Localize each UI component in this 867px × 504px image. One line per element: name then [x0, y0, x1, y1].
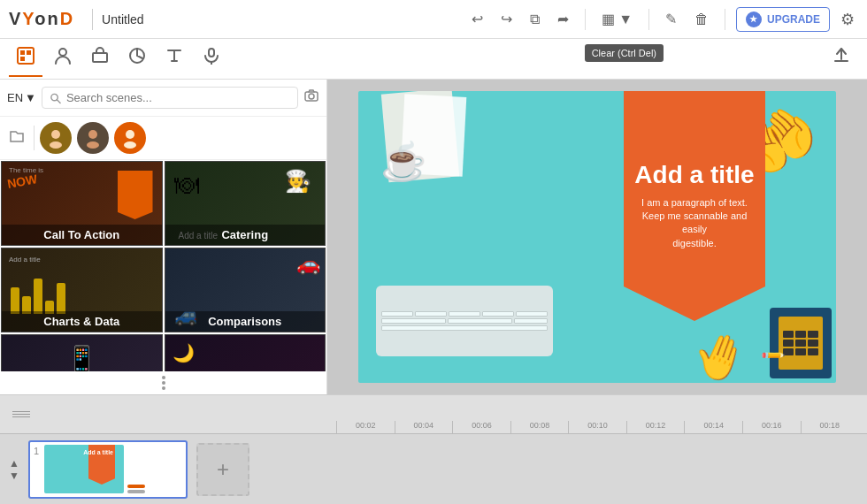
avatar-divider	[34, 126, 35, 150]
scroll-indicator	[0, 371, 326, 394]
layers-button[interactable]: ▦ ▼	[596, 7, 638, 31]
lang-label: EN	[7, 91, 23, 104]
avatar-2-button[interactable]	[77, 122, 109, 154]
scene-card-concepts[interactable]: 📱 🌐 Concepts	[1, 334, 163, 371]
prop-tool-button[interactable]	[83, 41, 117, 77]
slide-canvas[interactable]: ☕	[358, 91, 836, 383]
topbar-divider	[585, 9, 586, 30]
app-logo: VYonD	[9, 9, 74, 29]
topbar-divider2	[648, 9, 649, 30]
clear-tooltip: Clear (Ctrl Del)	[585, 44, 664, 62]
search-icon	[50, 92, 61, 104]
audio-tool-button[interactable]	[195, 41, 228, 77]
svg-point-4	[59, 49, 66, 56]
scene-card-catering[interactable]: 🍽 🧑‍🍳 Add a title Catering	[165, 161, 326, 246]
delete-button[interactable]: 🗑	[689, 8, 714, 31]
scene-card-label-catering: Catering	[165, 225, 326, 245]
svg-rect-2	[27, 50, 31, 55]
scene-tool-button[interactable]	[9, 41, 42, 77]
ruler-mark-0004: 00:04	[395, 421, 453, 433]
deco-pointing-hand: 🤚	[686, 324, 755, 383]
svg-point-14	[50, 141, 62, 149]
slide-nav: ▲ ▼	[9, 457, 19, 482]
canvas-area: ☕	[327, 80, 867, 394]
ruler-mark-0010: 00:10	[568, 421, 626, 433]
svg-point-12	[309, 94, 314, 99]
add-slide-icon: +	[217, 457, 229, 482]
scene-card-cta[interactable]: The time is NOW Call To Action	[1, 161, 163, 246]
avatar-row	[0, 117, 326, 160]
scene-card-charts[interactable]: Add a title Charts & Data	[1, 248, 163, 332]
slide-ribbon: Add a title I am a paragraph of text.Kee…	[624, 91, 765, 321]
timeline-area: 00:02 00:04 00:06 00:08 00:10 00:12 00:1…	[0, 394, 867, 433]
avatar-1-button[interactable]	[40, 122, 72, 154]
scenes-panel: EN ▼	[0, 80, 327, 394]
scene-grid: The time is NOW Call To Action 🍽 🧑‍🍳 Add…	[0, 160, 326, 371]
ruler-mark-0002: 00:02	[336, 421, 395, 433]
scene-card-comparisons[interactable]: 🚗 🚙 Comparisons	[165, 248, 326, 332]
folder-button[interactable]	[9, 128, 25, 149]
svg-point-17	[126, 130, 134, 139]
thumb-indicators	[127, 485, 145, 493]
svg-point-18	[124, 141, 136, 149]
concepts-preview: 📱 🌐	[2, 335, 162, 371]
topbar-divider2b	[725, 9, 725, 30]
upgrade-icon: ★	[746, 11, 762, 27]
slide-number: 1	[34, 446, 39, 456]
avatar-3-button[interactable]	[114, 122, 146, 154]
title-divider	[92, 9, 93, 30]
svg-point-15	[88, 130, 97, 139]
lang-chevron: ▼	[25, 91, 36, 104]
ruler-mark-0018: 00:18	[801, 421, 859, 433]
settings-button[interactable]: ⚙	[837, 6, 858, 33]
svg-rect-0	[18, 48, 34, 64]
export-inline-button[interactable]: ➦	[552, 7, 574, 31]
upgrade-label: UPGRADE	[767, 13, 820, 26]
slide-title: Add a title	[634, 162, 754, 189]
scene-card-ending[interactable]: 🌙 ✨ Ending	[165, 334, 326, 371]
ruler-mark-0006: 00:06	[452, 421, 510, 433]
language-selector[interactable]: EN ▼	[7, 91, 36, 104]
svg-rect-7	[209, 49, 214, 57]
search-row: EN ▼	[0, 80, 326, 117]
deco-bottom-right	[770, 308, 832, 378]
upgrade-button[interactable]: ★ UPGRADE	[736, 7, 830, 32]
svg-rect-1	[20, 50, 25, 55]
search-input[interactable]	[66, 91, 290, 104]
chart-tool-button[interactable]	[120, 41, 154, 77]
svg-rect-3	[20, 57, 25, 61]
person-tool-button[interactable]	[46, 41, 80, 77]
nav-up-button[interactable]: ▲	[9, 457, 19, 470]
svg-point-13	[51, 130, 60, 139]
export-tool-button[interactable]	[825, 41, 858, 77]
svg-point-16	[87, 141, 99, 149]
ruler-mark-0016: 00:16	[742, 421, 801, 433]
text-tool-button[interactable]	[157, 41, 191, 77]
slide-subtitle: I am a paragraph of text.Keep me scannab…	[633, 196, 756, 251]
deco-keyboard	[376, 286, 553, 356]
undo-button[interactable]: ↩	[466, 7, 488, 31]
deco-coffee: ☕	[380, 140, 426, 183]
app-title: Untitled	[102, 12, 143, 27]
ruler-mark-0014: 00:14	[684, 421, 742, 433]
duplicate-button[interactable]: ⧉	[525, 8, 545, 31]
svg-rect-5	[93, 53, 107, 62]
camera-button[interactable]	[303, 88, 319, 108]
redo-button[interactable]: ↪	[495, 7, 518, 31]
nav-down-button[interactable]: ▼	[9, 470, 19, 482]
add-slide-button[interactable]: +	[196, 443, 249, 496]
ending-preview: 🌙 ✨	[165, 335, 326, 371]
thumb-title: Add a title	[83, 449, 113, 455]
scroll-handle[interactable]	[12, 411, 30, 418]
ruler-mark-0008: 00:08	[510, 421, 569, 433]
timeline-ruler: 00:02 00:04 00:06 00:08 00:10 00:12 00:1…	[336, 395, 858, 433]
draw-button[interactable]: ✎	[660, 7, 682, 31]
search-container	[42, 87, 298, 109]
svg-line-10	[57, 99, 60, 103]
timeline-left	[9, 411, 336, 418]
slide-thumbnail-container[interactable]: 1 Add a title	[28, 440, 188, 499]
scene-card-label-cta: Call To Action	[2, 225, 162, 245]
bottom-panel: ▲ ▼ 1 Add a title +	[0, 433, 867, 504]
slide-thumbnail: Add a title	[44, 445, 124, 493]
scene-card-label-charts: Charts & Data	[2, 311, 162, 332]
